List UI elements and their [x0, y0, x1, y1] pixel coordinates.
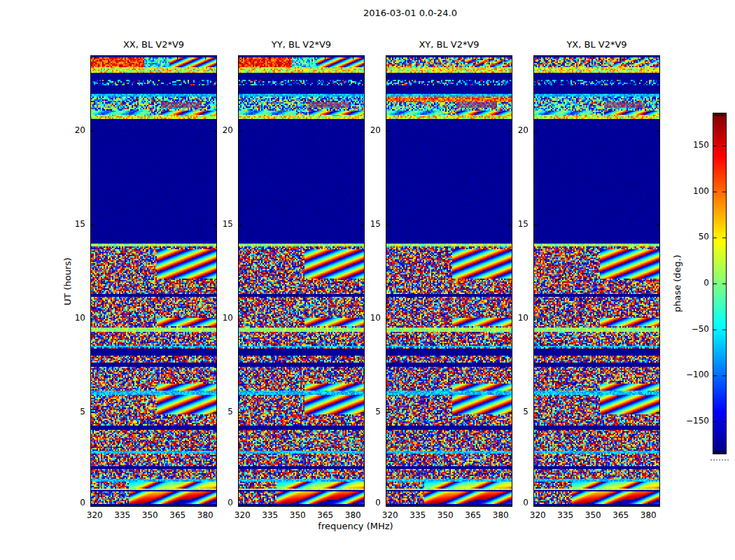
x-tick-label: 365 — [612, 510, 629, 520]
y-tick-label: 20 — [50, 125, 85, 135]
heatmap-canvas-xy — [386, 56, 512, 506]
heatmap-panel-yx: YX, BL V2*V9 — [533, 55, 660, 507]
colorbar-tick-label: −50 — [674, 324, 709, 334]
y-tick-label: 0 — [346, 498, 381, 507]
colorbar-canvas — [713, 113, 726, 454]
x-tick-label: 350 — [290, 510, 306, 520]
x-tick-label: 380 — [197, 510, 214, 520]
panel-title-xy: XY, BL V2*V9 — [419, 39, 479, 50]
y-tick-label: 10 — [346, 313, 381, 323]
colorbar-dotted-edge — [710, 459, 729, 461]
panel-title-yx: YX, BL V2*V9 — [566, 39, 626, 50]
x-tick-label: 335 — [557, 510, 573, 520]
colorbar-tick-label: −100 — [674, 370, 709, 379]
y-tick-label: 20 — [493, 125, 528, 135]
y-tick-label: 0 — [50, 498, 85, 507]
y-tick-label: 10 — [493, 313, 528, 323]
x-tick-label: 365 — [465, 510, 481, 520]
x-tick-label: 320 — [382, 510, 398, 520]
y-tick-label: 15 — [50, 219, 85, 229]
x-tick-label: 380 — [640, 510, 657, 520]
x-tick-label: 365 — [169, 510, 186, 520]
y-tick-label: 10 — [198, 313, 233, 323]
x-tick-label: 320 — [87, 510, 103, 520]
x-tick-label: 335 — [410, 510, 426, 520]
figure-title: 2016-03-01 0.0-24.0 — [363, 8, 457, 18]
colorbar-tick-label: 150 — [674, 140, 709, 150]
figure: 2016-03-01 0.0-24.0 XX, BL V2*V9 YY, BL … — [0, 0, 735, 560]
heatmap-panel-yy: YY, BL V2*V9 — [238, 55, 365, 507]
y-tick-label: 0 — [493, 498, 528, 507]
x-tick-label: 350 — [585, 510, 601, 520]
x-tick-label: 350 — [438, 510, 454, 520]
x-tick-label: 380 — [493, 510, 509, 520]
y-tick-label: 5 — [198, 407, 233, 416]
y-tick-label: 15 — [346, 219, 381, 229]
y-tick-label: 15 — [493, 219, 528, 229]
x-tick-label: 335 — [262, 510, 278, 520]
heatmap-panel-xx: XX, BL V2*V9 — [90, 55, 217, 507]
y-tick-label: 5 — [493, 407, 528, 416]
colorbar-tick-label: 50 — [674, 232, 709, 241]
x-axis-label: frequency (MHz) — [318, 521, 393, 531]
x-tick-label: 365 — [317, 510, 333, 520]
panel-title-xx: XX, BL V2*V9 — [123, 39, 184, 50]
panel-title-yy: YY, BL V2*V9 — [272, 39, 331, 50]
x-tick-label: 335 — [114, 510, 130, 520]
y-tick-label: 15 — [198, 219, 233, 229]
y-tick-label: 0 — [198, 498, 233, 507]
heatmap-canvas-yx — [534, 56, 659, 506]
y-tick-label: 20 — [198, 125, 233, 135]
x-tick-label: 320 — [530, 510, 546, 520]
y-axis-label: UT (hours) — [62, 257, 73, 304]
colorbar — [713, 113, 727, 454]
heatmap-canvas-yy — [239, 56, 364, 506]
y-tick-label: 20 — [346, 125, 381, 135]
heatmap-panel-xy: XY, BL V2*V9 — [386, 55, 512, 507]
heatmap-canvas-xx — [91, 56, 216, 506]
colorbar-tick-label: 0 — [674, 278, 709, 288]
y-tick-label: 5 — [346, 407, 381, 416]
x-tick-label: 320 — [234, 510, 251, 520]
colorbar-tick-label: −150 — [674, 416, 709, 426]
x-tick-label: 380 — [345, 510, 361, 520]
y-tick-label: 10 — [50, 313, 85, 323]
x-tick-label: 350 — [142, 510, 158, 520]
colorbar-tick-label: 100 — [674, 186, 709, 196]
y-tick-label: 5 — [50, 407, 85, 416]
